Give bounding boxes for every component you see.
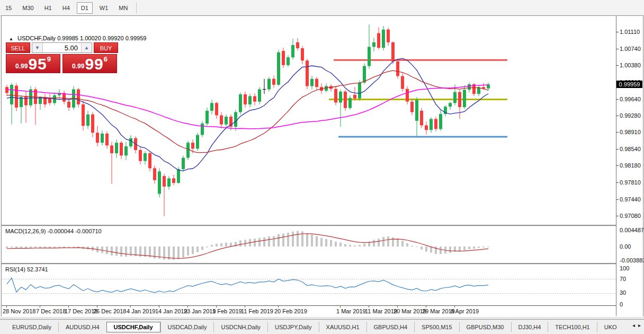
macd-axis-label: 0.004487 bbox=[620, 227, 644, 233]
date-axis-label: 8 Apr 2019 bbox=[451, 308, 479, 314]
timeframe-button-m30[interactable]: M30 bbox=[19, 3, 37, 13]
date-tick bbox=[369, 306, 369, 307]
date-tick bbox=[340, 306, 341, 307]
rsi-axis-label: 70 bbox=[620, 276, 626, 282]
macd-label: MACD(12,26,9) -0.000044 -0.000710 bbox=[5, 228, 102, 234]
chart-tab-eurusd-daily[interactable]: EURUSD,Daily bbox=[5, 322, 58, 332]
price-tick bbox=[616, 32, 619, 32]
chart-tab-gbpusd-h4[interactable]: GBPUSD,H4 bbox=[366, 322, 415, 332]
sell-price-box[interactable]: 0.99 95 9 bbox=[6, 54, 60, 73]
rsi-chart-canvas[interactable] bbox=[2, 264, 615, 305]
price-axis[interactable]: 1.011101.007401.003801.000100.996400.992… bbox=[616, 16, 642, 316]
collapse-triangle-icon[interactable]: ▲ bbox=[9, 37, 13, 41]
date-tick bbox=[216, 306, 217, 307]
sell-price-prefix: 0.99 bbox=[15, 63, 28, 70]
date-axis-label: 20 Mar 2019 bbox=[393, 308, 426, 314]
price-axis-label: 0.99280 bbox=[620, 112, 641, 119]
chart-tab-audusd-h4[interactable]: AUDUSD,H4 bbox=[58, 322, 106, 332]
mt4-terminal: 15M30H1H4D1W1MN 28 Nov 20187 Dec 201817 … bbox=[0, 0, 644, 334]
buy-price-prefix: 0.99 bbox=[72, 63, 84, 70]
sell-price-sup: 9 bbox=[47, 55, 51, 63]
date-axis-label: 14 Jan 2019 bbox=[155, 308, 187, 314]
buy-price-box[interactable]: 0.99 99 6 bbox=[62, 54, 117, 73]
date-tick bbox=[426, 306, 426, 307]
date-tick bbox=[159, 306, 159, 307]
chart-tab-usdjpy-daily[interactable]: USDJPY,Daily bbox=[267, 322, 319, 332]
date-axis[interactable]: 28 Nov 20187 Dec 201817 Dec 201826 Dec 2… bbox=[2, 305, 616, 317]
volume-increase-button[interactable]: ▲ bbox=[81, 43, 92, 52]
rsi-axis-label: 0 bbox=[620, 301, 623, 307]
price-tick bbox=[616, 132, 619, 133]
price-axis-label: 0.97080 bbox=[620, 213, 641, 219]
chart-tab-xauusd-h1[interactable]: XAUUSD,H1 bbox=[319, 322, 366, 332]
current-price-badge: 0.99959 bbox=[616, 81, 642, 88]
rsi-axis-label: 30 bbox=[620, 289, 626, 296]
date-tick bbox=[397, 306, 398, 307]
date-tick bbox=[97, 306, 97, 307]
buy-price-sup: 6 bbox=[104, 55, 108, 63]
price-axis-label: 0.98540 bbox=[620, 146, 641, 152]
date-axis-label: 11 Feb 2019 bbox=[241, 308, 273, 314]
chart-tab-gbpusd-m30[interactable]: GBPUSD,M30 bbox=[459, 322, 511, 332]
date-tick bbox=[278, 306, 279, 307]
volume-stepper: ▼ ▲ bbox=[32, 42, 92, 53]
date-axis-label: 29 Mar 2019 bbox=[422, 308, 455, 314]
price-tick bbox=[616, 216, 619, 216]
ohlc-low: 0.99920 bbox=[103, 35, 124, 41]
sell-button[interactable]: SELL bbox=[6, 42, 30, 53]
price-tick bbox=[616, 165, 619, 166]
price-tick bbox=[616, 99, 619, 100]
toolbar-separator bbox=[136, 2, 137, 14]
timeframe-button-mn[interactable]: MN bbox=[115, 3, 131, 13]
buy-button[interactable]: BUY bbox=[94, 42, 118, 53]
date-axis-label: 20 Feb 2019 bbox=[274, 308, 307, 314]
price-axis-label: 0.99640 bbox=[620, 96, 641, 102]
price-axis-label: 0.97810 bbox=[620, 179, 641, 186]
date-axis-label: 28 Nov 2018 bbox=[3, 308, 35, 314]
timeframe-button-h1[interactable]: H1 bbox=[41, 3, 56, 13]
chart-tab-usdchf-daily[interactable]: USDCHF,Daily bbox=[106, 322, 160, 332]
volume-input[interactable] bbox=[43, 43, 81, 52]
rsi-axis-label: 100 bbox=[620, 265, 629, 271]
price-axis-label: 1.00740 bbox=[620, 46, 641, 52]
timeframe-button-w1[interactable]: W1 bbox=[96, 3, 112, 13]
date-tick bbox=[245, 306, 245, 307]
date-axis-label: 1 Feb 2019 bbox=[212, 308, 242, 314]
chart-window: 28 Nov 20187 Dec 201817 Dec 201826 Dec 2… bbox=[1, 15, 643, 318]
chart-tab-uko[interactable]: UKO bbox=[597, 322, 624, 332]
timeframe-toolbar: 15M30H1H4D1W1MN bbox=[0, 0, 644, 16]
chart-tab-usdcad-daily[interactable]: USDCAD,Daily bbox=[160, 322, 214, 332]
tab-scroll-buttons: ◂▸ bbox=[631, 322, 642, 328]
ohlc-close: 0.99959 bbox=[126, 35, 147, 41]
price-tick bbox=[616, 149, 619, 150]
date-tick bbox=[68, 306, 69, 307]
macd-axis-label: 0.00 bbox=[620, 243, 631, 250]
chart-tab-sp500-m15[interactable]: SP500,M15 bbox=[414, 322, 459, 332]
chart-tab-usdcnh-daily[interactable]: USDCNH,Daily bbox=[213, 322, 267, 332]
date-tick bbox=[454, 306, 455, 307]
price-axis-label: 0.98180 bbox=[620, 162, 641, 169]
chart-tab-tech100-h1[interactable]: TECH100,H1 bbox=[548, 322, 596, 332]
tab-scroll-right-icon[interactable]: ▸ bbox=[637, 322, 642, 328]
price-tick bbox=[616, 65, 619, 66]
timeframe-button-d1[interactable]: D1 bbox=[77, 2, 93, 14]
price-tick bbox=[616, 116, 619, 116]
price-tick bbox=[616, 49, 619, 49]
price-axis-label: 0.97440 bbox=[620, 196, 641, 203]
volume-decrease-button[interactable]: ▼ bbox=[32, 43, 43, 52]
price-tick bbox=[616, 182, 619, 183]
ohlc-open: 0.99985 bbox=[57, 35, 78, 41]
price-axis-label: 1.01110 bbox=[620, 29, 640, 35]
chart-title: ▲ USDCHF,Daily 0.99985 1.00020 0.99920 0… bbox=[9, 35, 146, 41]
one-click-trading-panel: SELL ▼ ▲ BUY 0.99 95 9 0.99 99 6 bbox=[6, 42, 118, 73]
timeframe-button-h4[interactable]: H4 bbox=[59, 3, 74, 13]
buy-price-big: 99 bbox=[85, 57, 103, 72]
tab-scroll-left-icon[interactable]: ◂ bbox=[631, 322, 637, 328]
date-axis-label: 4 Jan 2019 bbox=[127, 308, 155, 314]
price-axis-label: 1.00380 bbox=[620, 62, 641, 68]
date-axis-label: 1 Mar 2019 bbox=[336, 308, 366, 314]
timeframe-button-15[interactable]: 15 bbox=[2, 3, 15, 13]
chart-tab-dj30-h4[interactable]: DJ30,H4 bbox=[511, 322, 548, 332]
chart-symbol: USDCHF,Daily bbox=[17, 35, 56, 41]
ohlc-high: 1.00020 bbox=[80, 35, 101, 41]
